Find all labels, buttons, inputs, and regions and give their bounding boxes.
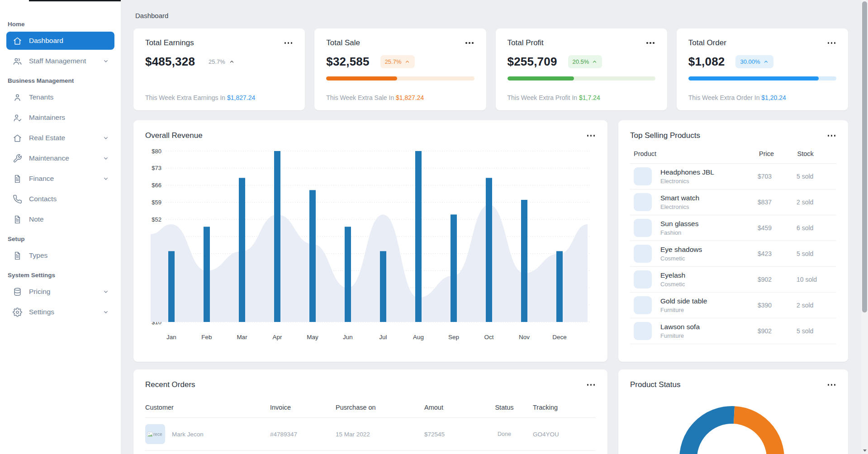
progress-bar — [688, 76, 836, 80]
revenue-bar-jul — [380, 251, 386, 322]
sidebar-item-maintainers[interactable]: Maintainers — [6, 109, 114, 127]
more-options-button[interactable] — [284, 40, 294, 46]
sidebar-item-label: Dashboard — [29, 37, 63, 45]
product-price: $902 — [758, 276, 797, 283]
sidebar-item-label: Staff Management — [29, 57, 86, 65]
more-options-button[interactable] — [827, 382, 837, 388]
sidebar-item-pricing[interactable]: Pricing — [6, 283, 114, 301]
sidebar-item-staff-management[interactable]: Staff Management — [6, 52, 114, 70]
product-thumbnail — [634, 322, 652, 340]
sidebar-item-finance[interactable]: Finance — [6, 170, 114, 188]
chevron-down-icon — [102, 288, 109, 295]
more-options-button[interactable] — [586, 382, 596, 388]
product-stock: 6 sold — [797, 224, 836, 232]
product-name: Gold side table — [660, 297, 758, 305]
product-price: $902 — [758, 327, 797, 335]
overall-revenue-title: Overall Revenue — [145, 131, 203, 140]
scrollbar-down-button[interactable] — [861, 447, 868, 454]
recent-orders-header: CustomerInvoicePusrchase onAmoutStatusTr… — [145, 397, 596, 418]
sidebar-item-tenants[interactable]: Tenants — [6, 88, 114, 106]
bottom-row: Recent Orders CustomerInvoicePusrchase o… — [133, 369, 848, 454]
product-status-title: Product Status — [630, 380, 681, 389]
product-price: $703 — [758, 173, 797, 180]
product-name: Smart watch — [660, 194, 758, 202]
more-options-button[interactable] — [827, 132, 837, 139]
donut-segment-orange — [734, 406, 784, 454]
change-percent: 25.7% — [209, 58, 225, 65]
file-icon — [13, 174, 22, 184]
product-row-lawson-sofa: Lawson sofaFurniture$9025 sold — [630, 318, 836, 344]
progress-fill — [326, 76, 397, 80]
top-selling-panel: Top Selling Products Product Price Stock… — [618, 120, 848, 362]
product-thumbnail — [634, 167, 652, 185]
stat-cards-row: Total Earnings$485,32825.7%This Week Ext… — [133, 28, 848, 110]
change-badge: 20.5% — [568, 55, 602, 68]
stat-card-title: Total Sale — [326, 38, 360, 47]
sidebar-item-label: Real Estate — [29, 134, 65, 142]
product-thumbnail — [634, 219, 652, 237]
footer-amount: $1,827.24 — [227, 94, 255, 101]
progress-fill — [688, 76, 819, 80]
x-axis-tick-label: Feb — [201, 334, 212, 340]
sidebar-item-contacts[interactable]: Contacts — [6, 190, 114, 208]
revenue-bar-jun — [345, 227, 351, 322]
chevron-up-icon — [592, 59, 598, 65]
product-price: $423 — [758, 250, 797, 257]
stat-card-head: Total Sale — [326, 38, 474, 47]
product-stock: 2 sold — [797, 199, 836, 206]
top-strip — [29, 0, 121, 1]
stat-card-title: Total Earnings — [145, 38, 194, 47]
more-options-button[interactable] — [645, 40, 655, 46]
revenue-bar-apr — [274, 151, 280, 322]
product-category: Electronics — [660, 203, 758, 210]
sidebar-item-dashboard[interactable]: Dashboard — [6, 32, 114, 50]
more-options-button[interactable] — [465, 40, 474, 46]
product-thumbnail — [634, 270, 652, 288]
product-status-donut-chart — [630, 389, 836, 454]
wrench-icon — [13, 154, 22, 163]
sidebar-item-types[interactable]: Types — [6, 246, 114, 265]
product-info: Gold side tableFurniture — [660, 297, 758, 313]
sidebar-item-label: Pricing — [29, 288, 50, 296]
change-badge: 30.00% — [735, 55, 773, 68]
product-price: $837 — [758, 199, 797, 206]
change-percent: 25.7% — [385, 58, 402, 65]
order-row-2 — [145, 451, 596, 454]
revenue-bar-mar — [239, 178, 245, 322]
stat-card-total-earnings: Total Earnings$485,32825.7%This Week Ext… — [133, 28, 305, 110]
stat-value-row: $485,32825.7% — [145, 55, 293, 69]
column-product: Product — [634, 150, 759, 157]
sidebar-item-maintenance[interactable]: Maintenance — [6, 149, 114, 167]
product-name: Eyelash — [660, 271, 758, 279]
revenue-bar-nov — [521, 200, 527, 322]
top-selling-header: Product Price Stock — [630, 150, 836, 164]
stat-card-title: Total Order — [688, 38, 726, 47]
sidebar-item-real-estate[interactable]: Real Estate — [6, 129, 114, 147]
stat-value: $1,082 — [688, 55, 725, 69]
sidebar-item-settings[interactable]: Settings — [6, 303, 114, 321]
page-scrollbar[interactable] — [861, 0, 868, 454]
sidebar-item-note[interactable]: Note — [6, 210, 114, 228]
more-options-button[interactable] — [827, 40, 837, 46]
revenue-bar-aug — [415, 151, 422, 322]
footer-amount: $1,7.24 — [579, 94, 600, 101]
product-info: Sun glassesFashion — [660, 220, 758, 236]
order-amount: $72545 — [424, 431, 476, 438]
y-axis-tick-label: $66 — [152, 182, 161, 189]
revenue-bar-sep — [451, 214, 457, 322]
product-price: $390 — [758, 302, 797, 309]
scrollbar-thumb[interactable] — [862, 1, 867, 312]
footer-text: This Week Extra Order In — [688, 94, 762, 101]
revenue-chart-svg: $10$17$24$31$38$45$52$59$66$73$80JanFebM… — [145, 143, 596, 346]
more-options-button[interactable] — [586, 132, 596, 139]
stat-value-row: $255,70920.5% — [508, 55, 655, 69]
product-row-headphones-jbl: Headphones JBLElectronics$7035 sold — [630, 164, 836, 189]
footer-text: This Week Extra Profit In — [508, 94, 579, 101]
recent-orders-rows: receMark Jecon#478934715 Mar 2022$72545D… — [145, 418, 596, 454]
column-price: Price — [759, 150, 797, 157]
revenue-bar-jan — [168, 251, 175, 322]
donut-chart-svg — [630, 389, 836, 454]
sidebar-item-label: Note — [29, 215, 44, 223]
revenue-bar-dece — [556, 251, 563, 322]
order-status: Done — [476, 431, 533, 437]
